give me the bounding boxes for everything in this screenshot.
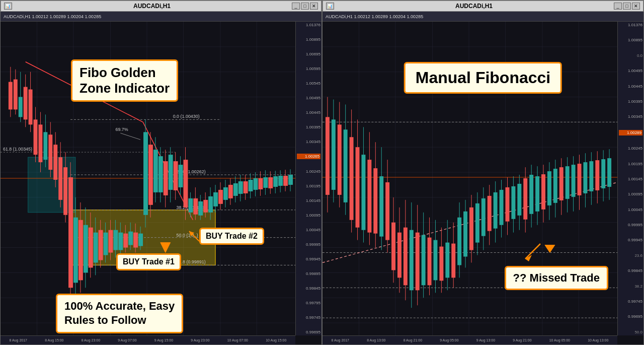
svg-rect-125 xyxy=(223,187,228,200)
svg-rect-57 xyxy=(53,145,57,180)
left-minimize[interactable]: _ xyxy=(292,3,300,10)
left-price-axis: 1.01376 1.00895 1.00695 1.00595 1.00545 … xyxy=(295,22,321,335)
svg-rect-67 xyxy=(78,220,83,281)
svg-rect-217 xyxy=(433,240,437,281)
svg-rect-113 xyxy=(193,198,198,215)
fibo-indicator-label: Fibo Golden Zone Indicator xyxy=(71,59,178,102)
r-price-3: 1.00495 xyxy=(619,68,642,73)
left-maximize[interactable]: □ xyxy=(301,3,309,10)
right-info-text: AUDCADi,H1 1.00212 1.00289 1.00204 1.002… xyxy=(326,14,423,19)
svg-rect-81 xyxy=(113,230,118,250)
price-3: 1.00695 xyxy=(297,52,320,56)
time-2: 8 Aug 15:00 xyxy=(45,338,63,342)
svg-rect-263 xyxy=(572,165,576,197)
r-price-8: 1.00195 xyxy=(619,162,642,166)
right-controls[interactable]: _ □ ✕ xyxy=(614,3,640,10)
price-11: 1.00245 xyxy=(297,169,320,174)
svg-text:69.7%: 69.7% xyxy=(115,127,128,132)
svg-rect-143 xyxy=(268,177,273,188)
svg-rect-207 xyxy=(404,228,408,286)
svg-rect-127 xyxy=(228,185,233,198)
left-title-bar: 📊 AUDCADi,H1 _ □ ✕ xyxy=(1,1,321,12)
left-info-text: AUDCADi,H1 1.00212 1.00289 1.00204 1.002… xyxy=(4,14,101,19)
left-win-icon: 📊 xyxy=(4,3,12,10)
svg-rect-43 xyxy=(19,97,23,117)
price-20: 0.99795 xyxy=(297,301,320,305)
price-1: 1.01376 xyxy=(297,23,320,27)
svg-rect-235 xyxy=(488,196,492,231)
price-6: 1.00495 xyxy=(297,96,320,100)
svg-rect-115 xyxy=(198,201,203,216)
price-4: 1.00595 xyxy=(297,66,320,71)
svg-rect-269 xyxy=(589,161,593,191)
right-win-icon: 📊 xyxy=(326,3,334,10)
svg-rect-205 xyxy=(397,233,401,278)
svg-rect-111 xyxy=(188,198,193,213)
svg-rect-145 xyxy=(273,176,278,187)
r-price-current: 1.00289 xyxy=(619,130,642,135)
svg-rect-93 xyxy=(143,132,148,215)
left-close[interactable]: ✕ xyxy=(310,3,318,10)
r-time-1: 8 Aug 2017 xyxy=(332,338,349,342)
time-4: 9 Aug 07:00 xyxy=(118,338,136,342)
price-22: 0.99695 xyxy=(297,330,320,334)
r-time-7: 10 Aug 05:00 xyxy=(549,338,570,342)
svg-rect-87 xyxy=(128,232,133,245)
r-time-6: 9 Aug 21:00 xyxy=(513,338,531,342)
missed-trade-label: ?? Missed Trade xyxy=(505,266,608,290)
r-price-fib38: 38.2 xyxy=(619,284,642,289)
svg-rect-77 xyxy=(104,233,108,255)
svg-rect-119 xyxy=(208,196,213,213)
svg-rect-227 xyxy=(463,212,467,257)
svg-rect-105 xyxy=(174,161,178,190)
svg-rect-73 xyxy=(94,233,98,263)
time-3: 8 Aug 23:00 xyxy=(82,338,100,342)
r-price-fib50: 50.0 xyxy=(619,330,642,334)
time-6: 9 Aug 23:00 xyxy=(191,338,209,342)
r-price-14: 0.99845 xyxy=(619,268,642,273)
svg-rect-97 xyxy=(153,150,158,192)
svg-rect-197 xyxy=(373,168,377,234)
svg-rect-141 xyxy=(263,177,268,188)
svg-rect-209 xyxy=(410,230,414,291)
svg-rect-117 xyxy=(203,200,208,213)
right-close[interactable]: ✕ xyxy=(632,3,640,10)
svg-rect-51 xyxy=(38,124,42,162)
left-controls[interactable]: _ □ ✕ xyxy=(292,3,318,10)
bottom-tagline-text: 100% Accurate, Easy Rules to Follow xyxy=(64,299,175,328)
svg-rect-75 xyxy=(99,230,103,260)
svg-rect-101 xyxy=(164,161,168,195)
price-14: 1.00095 xyxy=(297,213,320,218)
svg-rect-45 xyxy=(24,87,28,120)
svg-rect-49 xyxy=(34,119,38,155)
svg-rect-83 xyxy=(118,233,123,250)
svg-rect-247 xyxy=(523,178,527,220)
r-price-7: 1.00245 xyxy=(619,146,642,151)
r-price-11: 1.00045 xyxy=(619,208,642,212)
right-time-axis: 8 Aug 2017 8 Aug 13:00 8 Aug 21:00 9 Aug… xyxy=(323,335,617,344)
right-maximize[interactable]: □ xyxy=(623,3,631,10)
missed-trade-text: ?? Missed Trade xyxy=(513,271,600,284)
svg-rect-139 xyxy=(259,178,263,189)
svg-rect-65 xyxy=(73,218,78,283)
r-price-4: 1.00445 xyxy=(619,84,642,89)
svg-rect-189 xyxy=(350,137,354,220)
price-19: 0.99845 xyxy=(297,286,320,291)
svg-rect-223 xyxy=(451,244,455,278)
right-chart-window: 📊 AUDCADi,H1 _ □ ✕ AUDCADi,H1 1.00212 1.… xyxy=(322,0,644,345)
r-time-3: 8 Aug 21:00 xyxy=(404,338,422,342)
svg-rect-251 xyxy=(535,176,539,212)
svg-rect-257 xyxy=(553,169,557,203)
price-21: 0.99745 xyxy=(297,315,320,320)
svg-text:61.8 (1.00345): 61.8 (1.00345) xyxy=(3,147,32,152)
svg-rect-273 xyxy=(601,159,605,188)
price-7: 1.00445 xyxy=(297,110,320,115)
svg-rect-181 xyxy=(326,117,330,195)
svg-rect-131 xyxy=(238,181,243,194)
svg-rect-213 xyxy=(422,235,426,286)
time-8: 10 Aug 15:00 xyxy=(266,338,286,342)
svg-rect-215 xyxy=(428,238,432,286)
buy-trade-2-text: BUY Trade #2 xyxy=(206,232,258,240)
right-chart-info: AUDCADi,H1 1.00212 1.00289 1.00204 1.002… xyxy=(323,12,643,22)
right-minimize[interactable]: _ xyxy=(614,3,622,10)
